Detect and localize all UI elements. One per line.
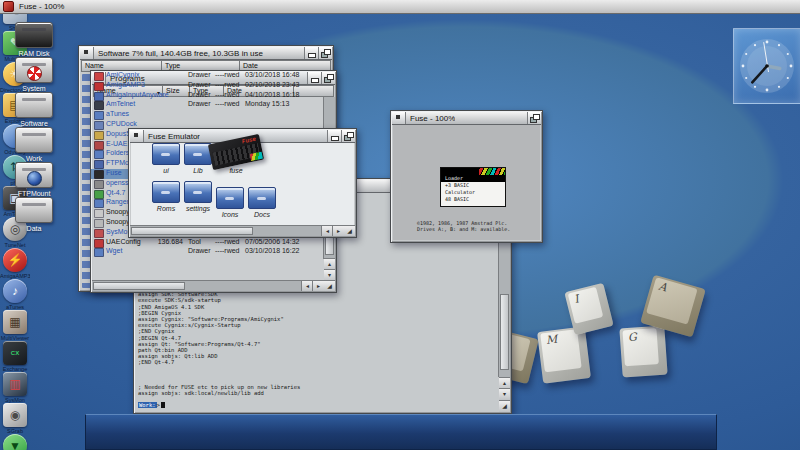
screen-titlebar[interactable]: Fuse - 100%: [0, 0, 800, 14]
depth-gadget-icon[interactable]: [527, 112, 541, 124]
file-permissions: ----rwed: [215, 247, 240, 254]
file-date: 02/10/2018 23:43: [245, 81, 300, 88]
drive-emblem-icon: [27, 171, 42, 186]
horizontal-scrollbar[interactable]: ◂ ▸: [92, 280, 324, 291]
file-icon: [94, 199, 104, 208]
menu-header-stripe: [441, 168, 505, 175]
prompt-path: Work:: [138, 402, 157, 408]
table-row[interactable]: Wget Drawer ----rwed 03/10/2018 16:22: [91, 247, 336, 257]
depth-gadget-icon[interactable]: [318, 47, 332, 59]
horizontal-scrollbar[interactable]: ◂ ▸: [130, 225, 344, 236]
desktop-icon-label: Data: [10, 225, 58, 232]
dock-item[interactable]: ◉ SGrab: [0, 403, 30, 434]
fuse-app-icon: [3, 1, 14, 12]
dock-icon: ⚡: [3, 248, 27, 272]
keycap-letter: I: [573, 292, 580, 306]
spectrum-menu-item: Calculator: [441, 189, 505, 196]
file-type: Drawer: [188, 100, 211, 107]
table-row[interactable]: AmTelnet Drawer ----rwed Monday 15:13: [91, 100, 336, 110]
close-gadget-icon[interactable]: [392, 112, 406, 124]
table-row[interactable]: AmigaInputAnyware Drawer ----rwed 04/10/…: [91, 91, 336, 101]
scroll-right-arrow-icon[interactable]: ▸: [332, 226, 344, 236]
file-icon: [94, 141, 104, 150]
file-name: AmigaAMP3: [106, 81, 145, 88]
wallpaper-keycap: M: [537, 326, 591, 383]
scroll-right-arrow-icon[interactable]: ▸: [312, 281, 324, 291]
drawer-item[interactable]: Docs: [231, 187, 293, 218]
iconify-gadget-icon[interactable]: [304, 47, 318, 59]
file-permissions: ----rwed: [215, 100, 240, 107]
close-gadget-icon[interactable]: [80, 47, 94, 59]
desktop-icon-label: System: [10, 85, 58, 92]
drive-icon: [15, 57, 53, 83]
dock-item-label: MultiViewer: [0, 335, 30, 341]
resize-gadget-icon[interactable]: ◢: [324, 280, 335, 291]
table-row[interactable]: AmiCygnix Drawer ----rwed 03/10/2018 16:…: [91, 71, 336, 81]
file-permissions: ----rwed: [215, 81, 240, 88]
clock-face: [734, 29, 800, 103]
zx-spectrum-icon: Fuse: [208, 134, 264, 170]
spectrum-screen[interactable]: Loader +3 BASIC Calculator 48 BASIC ©198…: [393, 125, 540, 240]
dock-item[interactable]: CX Exchange: [0, 341, 30, 372]
dock-item[interactable]: ⚡ AmigaAMP3: [0, 248, 30, 279]
file-date: 07/05/2006 14:32: [245, 238, 300, 245]
file-name: CPUDock: [106, 120, 137, 127]
resize-gadget-icon[interactable]: ◢: [344, 225, 355, 236]
file-name: Fuse: [106, 169, 122, 176]
keycap-letter: M: [545, 333, 558, 347]
desktop-drive-icon[interactable]: Data: [10, 197, 58, 232]
file-name: Ranger: [106, 198, 129, 205]
drawer-item[interactable]: Fuse fuse: [205, 139, 267, 174]
desktop-icon-label: FTPMount: [10, 190, 58, 197]
desktop-drive-icon[interactable]: System: [10, 57, 58, 92]
fuse-emulator-window: Fuse Emulator ui Lib Fuse fuse Roms: [128, 128, 357, 238]
clock-widget: [733, 28, 800, 104]
file-icon: [94, 248, 104, 257]
dock-icon: ▦: [3, 310, 27, 334]
window-title: Fuse - 100%: [410, 114, 455, 123]
spectrum-menu-item: +3 BASIC: [441, 182, 505, 189]
drawer-icon: [248, 187, 276, 209]
dock-item[interactable]: ▼ Updater: [0, 434, 30, 450]
window-title: Fuse Emulator: [148, 132, 200, 141]
desktop-icon-label: Software: [10, 120, 58, 127]
dock-item[interactable]: ▥ SysMon: [0, 372, 30, 403]
file-type: Tool: [188, 238, 201, 245]
table-row[interactable]: AmigaAMP3 Drawer ----rwed 02/10/2018 23:…: [91, 81, 336, 91]
rainbow-stripe-icon: [250, 152, 263, 161]
window-title: Software 7% full, 140.4GB free, 10.3GB i…: [98, 49, 263, 58]
prompt-char: >: [157, 402, 160, 408]
file-name: Folders: [106, 149, 129, 156]
table-row[interactable]: UAEConfig 136.684 Tool ----rwed 07/05/20…: [91, 238, 336, 248]
resize-gadget-icon[interactable]: ◢: [499, 400, 510, 412]
file-date: 04/10/2018 16:18: [245, 91, 300, 98]
close-gadget-icon[interactable]: [130, 130, 144, 142]
text-cursor: [161, 402, 165, 408]
file-permissions: ----rwed: [215, 91, 240, 98]
desktop-drive-icon[interactable]: RAM Disk: [10, 22, 58, 57]
keycap-letter: A: [657, 280, 668, 295]
file-name: Snoopy: [106, 208, 130, 215]
software-window-titlebar[interactable]: Software 7% full, 140.4GB free, 10.3GB i…: [80, 47, 332, 60]
desktop-drive-icon[interactable]: Work: [10, 127, 58, 162]
fuse-display-titlebar[interactable]: Fuse - 100%: [392, 112, 541, 125]
scroll-down-arrow-icon[interactable]: ▾: [499, 388, 510, 400]
drive-icon: [15, 22, 53, 48]
dock-item[interactable]: ▦ MultiViewer: [0, 310, 30, 341]
depth-gadget-icon[interactable]: [341, 130, 355, 142]
file-type: Drawer: [188, 247, 211, 254]
file-permissions: ----rwed: [215, 71, 240, 78]
file-type: Drawer: [188, 81, 211, 88]
iconify-gadget-icon[interactable]: [327, 130, 341, 142]
keycap-top: G: [622, 328, 658, 366]
amidock: [85, 414, 717, 450]
file-icon: [94, 239, 104, 248]
dock-item[interactable]: ♪ aTunes: [0, 279, 30, 310]
shell-prompt[interactable]: Work:>: [136, 402, 498, 408]
dock-item-label: AmigaAMP3: [0, 273, 30, 279]
desktop-drive-icon[interactable]: FTPMount: [10, 162, 58, 197]
desktop-drive-icon[interactable]: Software: [10, 92, 58, 127]
file-type: Drawer: [188, 71, 211, 78]
file-name: Wget: [106, 247, 122, 254]
table-row[interactable]: aTunes: [91, 110, 336, 120]
